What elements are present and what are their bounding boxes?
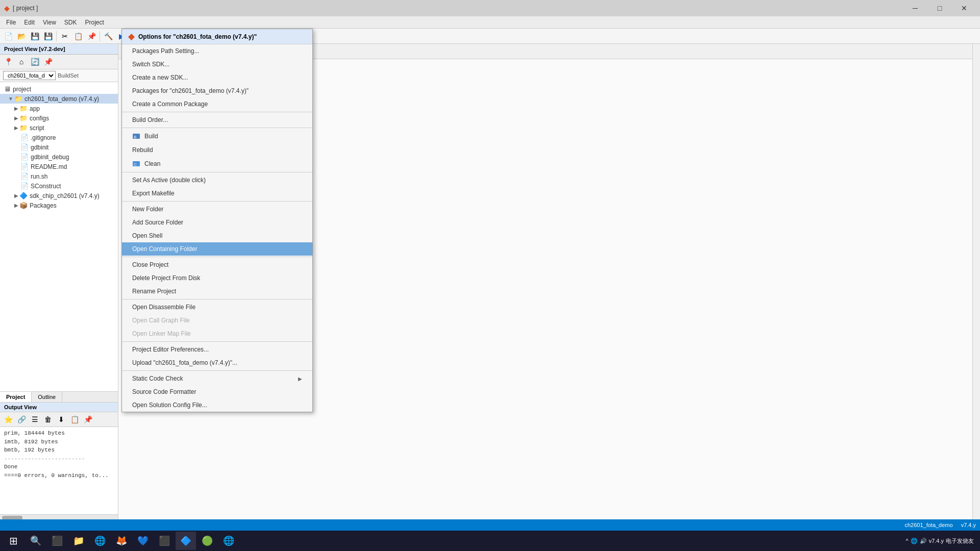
context-menu-overlay[interactable]: ◆ Options for "ch2601_fota_demo (v7.4.y)… <box>0 0 980 551</box>
ctx-clean[interactable]: C Clean <box>122 157 312 171</box>
ctx-open-linker-map: Open Linker Map File <box>122 327 312 340</box>
ctx-clean-inner: C Clean <box>132 160 160 168</box>
ctx-rebuild[interactable]: Rebuild <box>122 143 312 157</box>
ctx-sep2 <box>122 128 312 128</box>
submenu-arrow-static: ▶ <box>298 376 302 382</box>
svg-text:C: C <box>134 162 137 167</box>
ctx-export-makefile[interactable]: Export Makefile <box>122 187 312 200</box>
ctx-source-code-formatter[interactable]: Source Code Formatter <box>122 385 312 398</box>
ctx-rename-project[interactable]: Rename Project <box>122 285 312 298</box>
ctx-open-solution-config[interactable]: Open Solution Config File... <box>122 398 312 412</box>
ctx-clean-label: Clean <box>144 160 160 167</box>
ctx-new-folder[interactable]: New Folder <box>122 203 312 216</box>
ctx-sep7 <box>122 341 312 342</box>
context-menu-header: ◆ Options for "ch2601_fota_demo (v7.4.y)… <box>122 29 312 44</box>
svg-text:B: B <box>134 135 136 139</box>
ctx-sep6 <box>122 299 312 299</box>
ctx-add-source-folder[interactable]: Add Source Folder <box>122 216 312 229</box>
ctx-build[interactable]: B Build <box>122 129 312 143</box>
context-menu-icon: ◆ <box>128 32 134 41</box>
ctx-build-order[interactable]: Build Order... <box>122 113 312 127</box>
ctx-packages-for[interactable]: Packages for "ch2601_fota_demo (v7.4.y)" <box>122 84 312 97</box>
ctx-delete-project[interactable]: Delete Project From Disk <box>122 271 312 285</box>
ctx-static-code-check-label: Static Code Check <box>132 375 183 382</box>
ctx-sep1 <box>122 112 312 112</box>
context-menu: ◆ Options for "ch2601_fota_demo (v7.4.y)… <box>121 29 313 412</box>
ctx-switch-sdk[interactable]: Switch SDK... <box>122 58 312 71</box>
ctx-packages-path[interactable]: Packages Path Setting... <box>122 44 312 58</box>
ctx-open-disassemble[interactable]: Open Disassemble File <box>122 300 312 314</box>
ctx-sep4 <box>122 201 312 202</box>
ctx-sep8 <box>122 370 312 371</box>
ctx-open-shell[interactable]: Open Shell <box>122 229 312 242</box>
ctx-create-new-sdk[interactable]: Create a new SDK... <box>122 71 312 84</box>
ctx-upload[interactable]: Upload "ch2601_fota_demo (v7.4.y)"... <box>122 356 312 369</box>
ctx-build-inner: B Build <box>132 132 158 140</box>
ctx-close-project[interactable]: Close Project <box>122 258 312 271</box>
clean-icon: C <box>132 160 140 168</box>
build-icon: B <box>132 132 140 140</box>
ctx-open-call-graph: Open Call Graph File <box>122 314 312 327</box>
ctx-static-code-check[interactable]: Static Code Check ▶ <box>122 372 312 385</box>
ctx-sep5 <box>122 257 312 257</box>
context-menu-title: Options for "ch2601_fota_demo (v7.4.y)" <box>138 33 257 40</box>
ctx-open-containing-folder[interactable]: Open Containing Folder <box>122 242 312 256</box>
ctx-project-editor-prefs[interactable]: Project Editor Preferences... <box>122 343 312 356</box>
ctx-create-common-pkg[interactable]: Create a Common Package <box>122 97 312 111</box>
ctx-sep3 <box>122 172 312 172</box>
ctx-set-active[interactable]: Set As Active (double click) <box>122 173 312 187</box>
ctx-build-label: Build <box>144 133 158 140</box>
